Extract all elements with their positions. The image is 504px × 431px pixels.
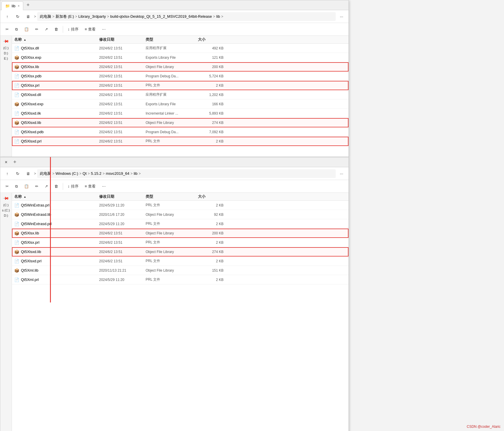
tab-close-btn[interactable]: ×: [18, 4, 19, 8]
nav-computer-btn[interactable]: 🖥: [24, 12, 33, 21]
share-btn-bottom[interactable]: ↗: [42, 183, 51, 190]
pin-icon[interactable]: 📌: [0, 36, 12, 47]
toolbar-sep: [63, 26, 63, 33]
col-type-header-bottom[interactable]: 类型: [146, 194, 198, 199]
file-size: 5,893 KB: [198, 111, 227, 115]
file-row[interactable]: 📄 Qt5WinExtras.prl 2024/5/29 11:20 PRL 文…: [12, 201, 348, 210]
file-row[interactable]: 📄 Qt5Xlsx.prl 2024/6/2 13:51 PRL 文件 2 KB: [12, 238, 348, 247]
delete-icon: 🗑: [54, 184, 58, 188]
paste-btn-bottom[interactable]: 📋: [21, 183, 32, 190]
tab-lib[interactable]: 📁 lib ×: [1, 1, 23, 10]
col-size-header-bottom[interactable]: 大小: [198, 194, 227, 199]
tab-label: lib: [12, 4, 15, 8]
cut-btn-bottom[interactable]: ✂: [3, 183, 12, 190]
file-size: 2 KB: [198, 278, 227, 282]
nav-more-btn-bottom[interactable]: ···: [337, 169, 346, 178]
drive-d[interactable]: D:): [3, 51, 9, 56]
nav-up-btn[interactable]: ↑: [3, 12, 12, 21]
nav-up-btn-bottom[interactable]: ↑: [3, 169, 12, 178]
col-type-header[interactable]: 类型: [146, 37, 198, 42]
copy-icon: ⧉: [15, 184, 18, 189]
breadcrumb-bottom[interactable]: 此电脑 > Windows (C:) > Qt > 5.15.2 > msvc2…: [37, 169, 336, 178]
file-row[interactable]: 📦 Qt5Xlsx.exp 2024/6/2 13:51 Exports Lib…: [12, 53, 348, 62]
file-name: Qt5Xlsx.lib: [21, 65, 39, 69]
rename-btn[interactable]: ✏: [32, 26, 41, 33]
file-header-top: 名称 ▲ 修改日期 类型 大小: [12, 36, 348, 44]
sort-btn[interactable]: ↕ 排序: [65, 26, 81, 33]
file-icon-lib: 📦: [14, 268, 19, 273]
breadcrumb-top[interactable]: 此电脑 > 新加卷 (E:) > Library_3rdparty > buil…: [37, 12, 336, 21]
sort-btn-bottom[interactable]: ↕ 排序: [65, 183, 81, 190]
file-row[interactable]: 📄 Qt5Xlsxd.dll 2024/6/2 13:51 应用程序扩展 1,2…: [12, 90, 348, 99]
copy-btn[interactable]: ⧉: [12, 26, 21, 33]
file-date: 2024/6/2 13:51: [99, 102, 146, 106]
breadcrumb-item: 新加卷 (E:): [56, 14, 74, 19]
breadcrumb-item: Qt: [83, 171, 87, 176]
tab-add-btn-bottom[interactable]: +: [11, 158, 19, 166]
address-bar-bottom: ↑ ↻ 🖥 > 此电脑 > Windows (C:) > Qt > 5.15.2…: [0, 167, 348, 180]
toolbar-more-btn-bottom[interactable]: ···: [99, 182, 108, 191]
drive-sc-bottom[interactable]: s (C:): [1, 208, 10, 213]
file-row[interactable]: 📄 Qt5WinExtrasd.prl 2024/5/29 11:20 PRL …: [12, 219, 348, 229]
pin-icon-bottom[interactable]: 📌: [0, 193, 12, 204]
view-btn-bottom[interactable]: ≡ 查看: [82, 183, 99, 190]
share-btn[interactable]: ↗: [42, 26, 51, 33]
file-size: 2 KB: [198, 139, 227, 143]
col-size-header[interactable]: 大小: [198, 37, 227, 42]
paste-btn[interactable]: 📋: [21, 26, 32, 33]
view-label: 查看: [88, 27, 96, 32]
sort-icon: ↕: [68, 184, 70, 188]
toolbar-more-btn[interactable]: ···: [99, 25, 108, 34]
delete-btn[interactable]: 🗑: [51, 26, 61, 33]
file-row[interactable]: 📄 Qt5Xlsxd.ilk 2024/6/2 13:51 Incrementa…: [12, 109, 348, 118]
file-row[interactable]: 📦 Qt5Xlsxd.exp 2024/6/2 13:51 Exports Li…: [12, 99, 348, 109]
file-date: 2024/5/29 11:20: [99, 203, 146, 207]
drive-e[interactable]: E:): [3, 56, 8, 61]
col-date-header-bottom[interactable]: 修改日期: [99, 194, 146, 199]
file-row-highlighted[interactable]: 📄 Qt5Xlsxd.prl 2024/6/2 13:51 PRL 文件 2 K…: [12, 137, 348, 146]
file-size: 121 KB: [198, 56, 227, 60]
file-row[interactable]: 📦 Qt5WinExtrasd.lib 2020/11/6 17:20 Obje…: [12, 210, 348, 219]
file-row[interactable]: 📄 Qt5Xlsx.dll 2024/6/2 13:51 应用程序扩展 492 …: [12, 44, 348, 53]
breadcrumb-item: lib: [216, 14, 220, 19]
file-size: 274 KB: [198, 250, 227, 254]
file-row-highlighted[interactable]: 📦 Qt5Xlsxd.lib 2024/6/2 13:51 Object Fil…: [12, 247, 348, 257]
sort-icon: ↕: [68, 27, 70, 31]
file-row[interactable]: 📄 Qt5Xlsxd.pdb 2024/6/2 13:51 Program De…: [12, 127, 348, 137]
file-date: 2024/6/2 13:51: [99, 56, 146, 60]
cut-btn[interactable]: ✂: [3, 26, 12, 33]
col-name-header-bottom[interactable]: 名称 ▲: [12, 194, 99, 199]
delete-btn-bottom[interactable]: 🗑: [51, 183, 61, 190]
file-row-highlighted[interactable]: 📦 Qt5Xlsx.lib 2024/6/2 13:51 Object File…: [12, 229, 348, 238]
file-row-highlighted[interactable]: 📦 Qt5Xlsxd.lib 2024/6/2 13:51 Object Fil…: [12, 118, 348, 127]
file-name-cell: 📦 Qt5Xml.lib: [12, 268, 99, 273]
copy-btn-bottom[interactable]: ⧉: [12, 183, 21, 190]
rename-btn-bottom[interactable]: ✏: [32, 183, 41, 190]
vertical-divider-line: [50, 157, 51, 302]
tab-close-btn-bottom[interactable]: ×: [1, 158, 11, 167]
view-btn[interactable]: ≡ 查看: [82, 26, 99, 33]
col-date-header[interactable]: 修改日期: [99, 37, 146, 42]
file-date: 2024/6/2 13:51: [99, 65, 146, 69]
nav-more-btn[interactable]: ···: [337, 12, 346, 21]
breadcrumb-item: Windows (C:): [56, 171, 78, 176]
file-size: 274 KB: [198, 121, 227, 125]
file-row[interactable]: 📄 Qt5Xlsxd.prl 2024/6/2 13:51 PRL 文件 2 K…: [12, 257, 348, 266]
file-date: 2024/6/2 13:51: [99, 74, 146, 78]
nav-refresh-btn-bottom[interactable]: ↻: [13, 169, 22, 178]
file-row-highlighted[interactable]: 📄 Qt5Xlsx.prl 2024/6/2 13:51 PRL 文件 2 KB: [12, 81, 348, 90]
file-row[interactable]: 📄 Qt5Xlsx.pdb 2024/6/2 13:51 Program Deb…: [12, 72, 348, 81]
drive-d-bottom[interactable]: D:): [3, 213, 9, 218]
col-name-header[interactable]: 名称 ▲: [12, 37, 99, 42]
file-row-highlighted[interactable]: 📦 Qt5Xlsx.lib 2024/6/2 13:51 Object File…: [12, 62, 348, 72]
tab-add-btn[interactable]: +: [24, 1, 32, 9]
nav-refresh-btn[interactable]: ↻: [13, 12, 22, 21]
file-row[interactable]: 📄 Qt5Xml.prl 2024/5/29 11:20 PRL 文件 2 KB: [12, 275, 348, 284]
file-date: 2024/6/2 13:51: [99, 241, 146, 245]
file-size: 1,202 KB: [198, 93, 227, 97]
file-name-cell: 📄 Qt5Xlsxd.prl: [12, 259, 99, 263]
file-name: Qt5Xlsxd.lib: [21, 250, 41, 254]
file-icon-exp: 📦: [14, 102, 19, 106]
nav-computer-btn-bottom[interactable]: 🖥: [24, 169, 33, 178]
file-row[interactable]: 📦 Qt5Xml.lib 2020/11/13 21:21 Object Fil…: [12, 266, 348, 275]
